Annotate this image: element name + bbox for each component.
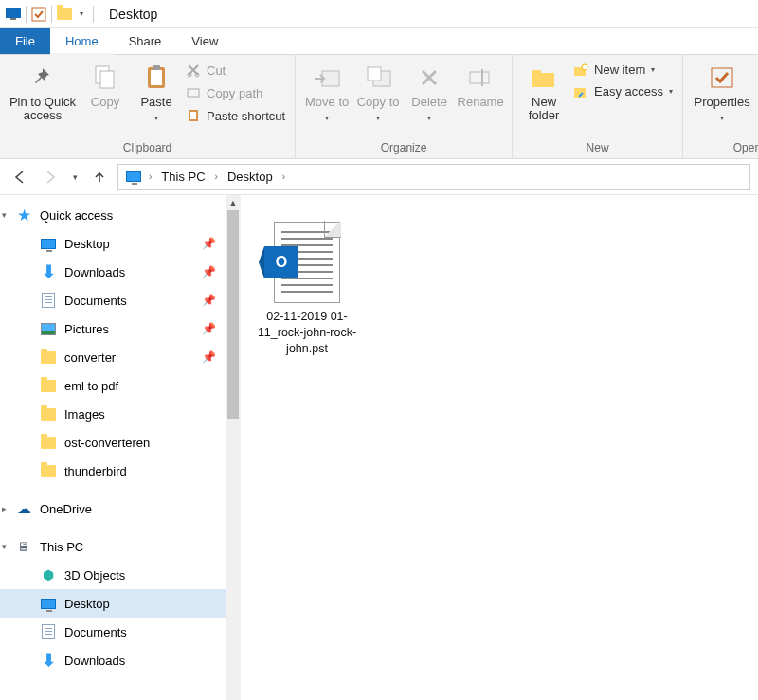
copy-path-button[interactable]: Copy path [182,83,289,102]
pictures-icon [40,320,57,337]
tab-view[interactable]: View [176,28,233,54]
svg-rect-10 [188,89,199,97]
paste-icon [141,63,171,93]
svg-rect-17 [481,69,483,86]
window-system-icon[interactable] [4,5,23,24]
chevron-down-icon: ▾ [376,112,380,125]
tree-documents[interactable]: Documents📌 [0,286,226,314]
move-to-button[interactable]: Move to▾ [301,59,352,125]
pinned-icon: 📌 [202,294,216,307]
folder-icon [40,349,57,366]
chevron-down-icon: ▾ [325,112,329,125]
group-clipboard-label: Clipboard [6,140,289,156]
group-clipboard: Pin to Quick access Copy Paste ▾ Cut Cop… [0,55,296,158]
svg-rect-0 [6,8,21,18]
easy-access-button[interactable]: Easy access▾ [569,82,677,100]
cloud-icon: ☁ [15,500,32,517]
chevron-right-icon[interactable]: › [147,171,153,182]
group-open-label: Open [689,140,758,156]
pin-icon [27,63,58,93]
delete-button[interactable]: Delete▾ [404,59,455,125]
svg-rect-6 [151,70,162,85]
folder-icon [40,462,57,479]
chevron-down-icon: ▾ [427,112,431,125]
recent-locations-button[interactable]: ▾ [68,165,81,189]
download-icon: ⬇ [40,652,57,669]
tab-share[interactable]: Share [114,28,177,54]
chevron-right-icon[interactable]: › [280,171,287,182]
tree-images[interactable]: Images [0,400,226,428]
divider [26,6,27,23]
back-button[interactable] [8,165,32,189]
collapse-icon[interactable]: ▾ [2,210,13,220]
tree-this-pc[interactable]: ▾🖥This PC [0,532,226,561]
copy-label: Copy [91,96,119,109]
scroll-thumb[interactable] [227,210,239,419]
svg-point-21 [582,64,587,70]
folder-icon [40,405,57,422]
chevron-down-icon: ▾ [651,65,655,74]
forward-button[interactable] [38,165,63,189]
document-icon [40,623,57,640]
navigation-pane: ▾★Quick access Desktop📌 ⬇Downloads📌 Docu… [0,195,241,700]
tree-onedrive[interactable]: ▸☁OneDrive [0,494,226,523]
tree-downloads[interactable]: ⬇Downloads📌 [0,258,226,286]
pin-to-quick-access-button[interactable]: Pin to Quick access [6,59,80,122]
pc-icon: 🖥 [15,538,32,555]
up-button[interactable] [87,165,112,189]
new-folder-button[interactable]: New folder [518,59,569,122]
cut-button[interactable]: Cut [182,61,289,80]
rename-icon [465,63,496,93]
chevron-down-icon: ▾ [154,112,158,125]
qat-dropdown-icon[interactable]: ▾ [75,9,88,18]
tree-desktop-pc[interactable]: Desktop [0,589,226,618]
file-list[interactable]: O 02-11-2019 01-11_rock-john-rock-john.p… [241,195,758,700]
copy-icon [90,63,120,93]
chevron-right-icon[interactable]: › [213,171,220,182]
tab-home[interactable]: Home [50,28,114,54]
folder-icon [40,434,57,451]
ribbon: Pin to Quick access Copy Paste ▾ Cut Cop… [0,55,758,159]
window-title: Desktop [109,7,157,22]
tree-downloads-pc[interactable]: ⬇Downloads [0,646,226,674]
address-bar[interactable]: › This PC › Desktop › [117,164,750,190]
tree-3d-objects[interactable]: ⬢3D Objects [0,561,226,589]
ribbon-tabs: File Home Share View [0,28,758,55]
file-name: 02-11-2019 01-11_rock-john-rock-john.pst [254,309,360,357]
qat-properties-icon[interactable] [29,5,48,24]
scroll-up-icon[interactable]: ▲ [226,195,241,210]
rename-button[interactable]: Rename [455,59,506,109]
pinned-icon: 📌 [202,237,216,250]
file-item[interactable]: O 02-11-2019 01-11_rock-john-rock-john.p… [250,214,364,365]
tab-file[interactable]: File [0,28,50,54]
svg-rect-4 [100,71,114,88]
qat-folder-icon[interactable] [55,5,74,24]
nav-scrollbar[interactable]: ▲ [226,195,241,700]
collapse-icon[interactable]: ▾ [2,542,13,551]
tree-documents-pc[interactable]: Documents [0,618,226,646]
svg-rect-19 [532,70,541,74]
new-folder-icon [529,63,559,93]
tree-desktop[interactable]: Desktop📌 [0,229,226,258]
new-item-button[interactable]: New item▾ [569,61,677,79]
tree-thunderbird[interactable]: thunderbird [0,457,226,485]
paste-shortcut-button[interactable]: Paste shortcut [182,106,289,125]
paste-button[interactable]: Paste ▾ [131,59,182,125]
cube-icon: ⬢ [40,566,57,583]
group-new: New folder New item▾ Easy access▾ New [513,55,683,158]
tree-eml-to-pdf[interactable]: eml to pdf [0,371,226,400]
copy-button[interactable]: Copy [80,59,131,109]
breadcrumb-desktop[interactable]: Desktop [224,170,277,184]
properties-icon [707,63,737,93]
copy-to-button[interactable]: Copy to▾ [352,59,404,125]
svg-rect-7 [153,65,160,70]
expand-icon[interactable]: ▸ [2,504,13,513]
tree-ost-converteren[interactable]: ost-converteren [0,428,226,457]
monitor-icon [40,595,57,612]
download-icon: ⬇ [40,263,57,280]
properties-button[interactable]: Properties▾ [689,59,755,125]
breadcrumb-this-pc[interactable]: This PC [157,170,208,184]
tree-pictures[interactable]: Pictures📌 [0,314,226,343]
tree-quick-access[interactable]: ▾★Quick access [0,201,226,229]
tree-converter[interactable]: converter📌 [0,343,226,371]
